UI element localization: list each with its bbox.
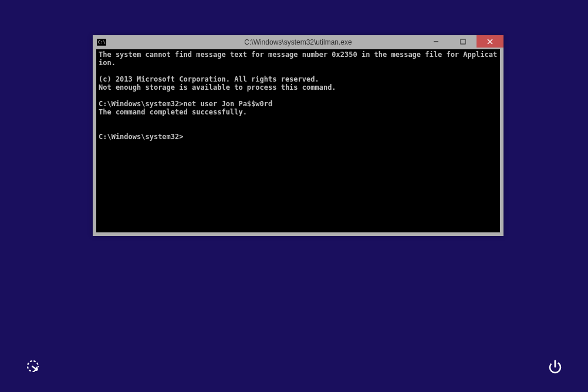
- cmd-icon: C:\: [97, 39, 106, 46]
- maximize-button[interactable]: [450, 35, 477, 48]
- window-titlebar[interactable]: C:\ C:\Windows\system32\utilman.exe: [93, 35, 503, 49]
- minimize-button[interactable]: [423, 35, 450, 48]
- terminal-output: The system cannot find message text for …: [99, 50, 498, 141]
- svg-rect-3: [461, 39, 465, 44]
- terminal-content[interactable]: The system cannot find message text for …: [96, 49, 500, 232]
- ease-of-access-button[interactable]: [25, 359, 41, 377]
- power-button[interactable]: [547, 359, 563, 377]
- svg-text:C:\: C:\: [98, 40, 106, 45]
- command-prompt-window: C:\ C:\Windows\system32\utilman.exe: [93, 35, 503, 236]
- window-controls: [423, 35, 503, 48]
- close-button[interactable]: [477, 35, 503, 48]
